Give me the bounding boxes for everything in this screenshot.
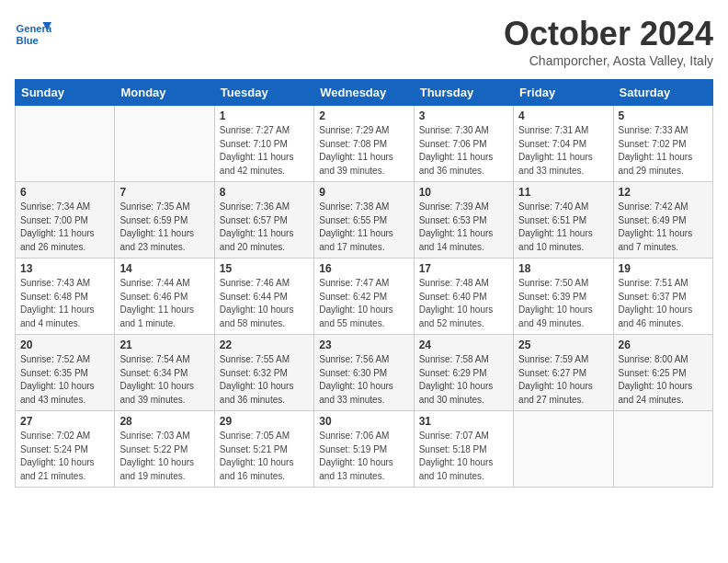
day-info: Sunrise: 7:47 AM Sunset: 6:42 PM Dayligh… [319,277,408,330]
calendar-cell: 25Sunrise: 7:59 AM Sunset: 6:27 PM Dayli… [514,335,613,411]
day-info: Sunrise: 7:46 AM Sunset: 6:44 PM Dayligh… [220,277,309,330]
day-number: 26 [619,339,708,351]
day-info: Sunrise: 7:52 AM Sunset: 6:35 PM Dayligh… [20,353,109,407]
day-info: Sunrise: 7:43 AM Sunset: 6:48 PM Dayligh… [20,277,109,330]
day-number: 15 [220,262,309,275]
day-number: 16 [319,262,408,275]
day-info: Sunrise: 7:30 AM Sunset: 7:06 PM Dayligh… [419,124,508,178]
calendar-cell: 16Sunrise: 7:47 AM Sunset: 6:42 PM Dayli… [314,259,414,335]
day-number: 19 [619,262,708,275]
day-number: 6 [20,186,109,199]
calendar-week-row: 13Sunrise: 7:43 AM Sunset: 6:48 PM Dayli… [16,259,713,335]
calendar-cell: 22Sunrise: 7:55 AM Sunset: 6:32 PM Dayli… [214,335,313,411]
day-info: Sunrise: 7:03 AM Sunset: 5:22 PM Dayligh… [119,430,209,483]
day-number: 28 [119,415,209,428]
page-header: General Blue October 2024 Champorcher, A… [15,15,713,68]
day-info: Sunrise: 7:48 AM Sunset: 6:40 PM Dayligh… [419,277,508,330]
day-number: 25 [518,339,608,351]
day-number: 20 [20,339,109,351]
day-info: Sunrise: 7:50 AM Sunset: 6:39 PM Dayligh… [518,277,608,330]
weekday-header-cell: Sunday [16,80,115,106]
calendar-cell: 30Sunrise: 7:06 AM Sunset: 5:19 PM Dayli… [314,411,414,488]
calendar-cell: 1Sunrise: 7:27 AM Sunset: 7:10 PM Daylig… [214,106,313,182]
calendar-cell: 3Sunrise: 7:30 AM Sunset: 7:06 PM Daylig… [414,106,513,182]
calendar-cell: 2Sunrise: 7:29 AM Sunset: 7:08 PM Daylig… [314,106,414,182]
calendar-cell: 12Sunrise: 7:42 AM Sunset: 6:49 PM Dayli… [613,182,712,259]
calendar-week-row: 1Sunrise: 7:27 AM Sunset: 7:10 PM Daylig… [16,106,713,182]
calendar-cell [16,106,115,182]
calendar-body: 1Sunrise: 7:27 AM Sunset: 7:10 PM Daylig… [16,106,713,488]
day-number: 29 [220,415,309,428]
day-number: 8 [220,186,309,199]
logo: General Blue [15,15,55,52]
day-number: 7 [119,186,209,199]
calendar-cell: 24Sunrise: 7:58 AM Sunset: 6:29 PM Dayli… [414,335,513,411]
day-number: 1 [220,109,309,122]
calendar-cell: 9Sunrise: 7:38 AM Sunset: 6:55 PM Daylig… [314,182,414,259]
day-number: 18 [518,262,608,275]
weekday-header-cell: Thursday [414,80,513,106]
calendar-cell: 5Sunrise: 7:33 AM Sunset: 7:02 PM Daylig… [613,106,712,182]
day-number: 31 [419,415,508,428]
day-number: 17 [419,262,508,275]
calendar-cell: 13Sunrise: 7:43 AM Sunset: 6:48 PM Dayli… [16,259,115,335]
day-info: Sunrise: 7:07 AM Sunset: 5:18 PM Dayligh… [419,430,508,483]
day-number: 23 [319,339,408,351]
calendar-cell: 28Sunrise: 7:03 AM Sunset: 5:22 PM Dayli… [115,411,214,488]
calendar-cell [613,411,712,488]
day-info: Sunrise: 7:33 AM Sunset: 7:02 PM Dayligh… [619,124,708,178]
calendar-cell: 29Sunrise: 7:05 AM Sunset: 5:21 PM Dayli… [214,411,313,488]
day-number: 13 [20,262,109,275]
day-number: 2 [319,109,408,122]
calendar-cell: 11Sunrise: 7:40 AM Sunset: 6:51 PM Dayli… [514,182,613,259]
calendar-cell: 6Sunrise: 7:34 AM Sunset: 7:00 PM Daylig… [16,182,115,259]
calendar-cell: 7Sunrise: 7:35 AM Sunset: 6:59 PM Daylig… [115,182,214,259]
calendar-week-row: 6Sunrise: 7:34 AM Sunset: 7:00 PM Daylig… [16,182,713,259]
calendar-cell: 27Sunrise: 7:02 AM Sunset: 5:24 PM Dayli… [16,411,115,488]
calendar-week-row: 20Sunrise: 7:52 AM Sunset: 6:35 PM Dayli… [16,335,713,411]
calendar-cell: 10Sunrise: 7:39 AM Sunset: 6:53 PM Dayli… [414,182,513,259]
day-number: 27 [20,415,109,428]
day-info: Sunrise: 8:00 AM Sunset: 6:25 PM Dayligh… [619,353,708,407]
calendar-cell: 18Sunrise: 7:50 AM Sunset: 6:39 PM Dayli… [514,259,613,335]
location-subtitle: Champorcher, Aosta Valley, Italy [504,53,713,68]
day-info: Sunrise: 7:02 AM Sunset: 5:24 PM Dayligh… [20,430,109,483]
day-info: Sunrise: 7:55 AM Sunset: 6:32 PM Dayligh… [220,353,309,407]
day-info: Sunrise: 7:54 AM Sunset: 6:34 PM Dayligh… [119,353,209,407]
day-info: Sunrise: 7:27 AM Sunset: 7:10 PM Dayligh… [220,124,309,178]
month-title: October 2024 [504,15,713,53]
day-info: Sunrise: 7:59 AM Sunset: 6:27 PM Dayligh… [518,353,608,407]
day-info: Sunrise: 7:56 AM Sunset: 6:30 PM Dayligh… [319,353,408,407]
calendar-cell: 8Sunrise: 7:36 AM Sunset: 6:57 PM Daylig… [214,182,313,259]
calendar-week-row: 27Sunrise: 7:02 AM Sunset: 5:24 PM Dayli… [16,411,713,488]
day-number: 14 [119,262,209,275]
day-info: Sunrise: 7:36 AM Sunset: 6:57 PM Dayligh… [220,201,309,254]
day-info: Sunrise: 7:40 AM Sunset: 6:51 PM Dayligh… [518,201,608,254]
weekday-header-cell: Tuesday [214,80,313,106]
weekday-header-row: SundayMondayTuesdayWednesdayThursdayFrid… [16,80,713,106]
day-number: 5 [619,109,708,122]
day-info: Sunrise: 7:06 AM Sunset: 5:19 PM Dayligh… [319,430,408,483]
day-number: 9 [319,186,408,199]
calendar-cell: 19Sunrise: 7:51 AM Sunset: 6:37 PM Dayli… [613,259,712,335]
calendar-cell: 26Sunrise: 8:00 AM Sunset: 6:25 PM Dayli… [613,335,712,411]
day-info: Sunrise: 7:05 AM Sunset: 5:21 PM Dayligh… [220,430,309,483]
calendar-cell: 17Sunrise: 7:48 AM Sunset: 6:40 PM Dayli… [414,259,513,335]
calendar-table: SundayMondayTuesdayWednesdayThursdayFrid… [15,79,713,488]
title-block: October 2024 Champorcher, Aosta Valley, … [504,15,713,68]
calendar-cell: 23Sunrise: 7:56 AM Sunset: 6:30 PM Dayli… [314,335,414,411]
calendar-cell: 20Sunrise: 7:52 AM Sunset: 6:35 PM Dayli… [16,335,115,411]
weekday-header-cell: Saturday [613,80,712,106]
day-number: 21 [119,339,209,351]
day-info: Sunrise: 7:34 AM Sunset: 7:00 PM Dayligh… [20,201,109,254]
day-info: Sunrise: 7:31 AM Sunset: 7:04 PM Dayligh… [518,124,608,178]
day-info: Sunrise: 7:29 AM Sunset: 7:08 PM Dayligh… [319,124,408,178]
calendar-cell: 14Sunrise: 7:44 AM Sunset: 6:46 PM Dayli… [115,259,214,335]
svg-text:Blue: Blue [17,35,39,46]
calendar-cell [115,106,214,182]
day-number: 12 [619,186,708,199]
day-info: Sunrise: 7:39 AM Sunset: 6:53 PM Dayligh… [419,201,508,254]
weekday-header-cell: Monday [115,80,214,106]
day-info: Sunrise: 7:35 AM Sunset: 6:59 PM Dayligh… [119,201,209,254]
calendar-cell: 21Sunrise: 7:54 AM Sunset: 6:34 PM Dayli… [115,335,214,411]
